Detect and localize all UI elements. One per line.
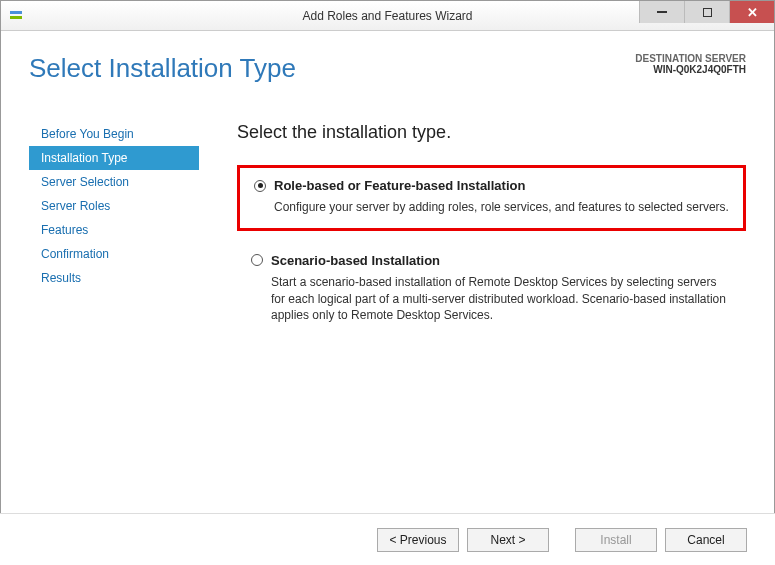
svg-rect-0 [10, 11, 22, 14]
option-description: Configure your server by adding roles, r… [274, 199, 729, 216]
install-button[interactable]: Install [575, 528, 657, 552]
cancel-button[interactable]: Cancel [665, 528, 747, 552]
sidebar-item-installation-type[interactable]: Installation Type [29, 146, 199, 170]
sidebar-item-features[interactable]: Features [29, 218, 199, 242]
wizard-icon [9, 8, 25, 24]
radio-icon[interactable] [251, 254, 263, 266]
page-title: Select Installation Type [29, 53, 296, 84]
titlebar: Add Roles and Features Wizard ✕ [1, 1, 774, 31]
sidebar-item-confirmation[interactable]: Confirmation [29, 242, 199, 266]
minimize-button[interactable] [639, 1, 684, 23]
maximize-button[interactable] [684, 1, 729, 23]
sidebar-item-server-roles[interactable]: Server Roles [29, 194, 199, 218]
option-role-based[interactable]: Role-based or Feature-based Installation… [237, 165, 746, 231]
option-scenario-based[interactable]: Scenario-based Installation Start a scen… [237, 243, 746, 336]
option-title: Scenario-based Installation [271, 253, 440, 268]
previous-button[interactable]: < Previous [377, 528, 459, 552]
sidebar-item-server-selection[interactable]: Server Selection [29, 170, 199, 194]
destination-name: WIN-Q0K2J4Q0FTH [635, 64, 746, 75]
main-panel: Select the installation type. Role-based… [199, 122, 746, 348]
sidebar-item-results[interactable]: Results [29, 266, 199, 290]
destination-server-box: DESTINATION SERVER WIN-Q0K2J4Q0FTH [635, 53, 746, 75]
option-title: Role-based or Feature-based Installation [274, 178, 525, 193]
content-area: Select Installation Type DESTINATION SER… [1, 31, 774, 512]
window-controls: ✕ [639, 1, 774, 23]
wizard-footer: < Previous Next > Install Cancel [0, 513, 775, 565]
window-title: Add Roles and Features Wizard [302, 9, 472, 23]
option-description: Start a scenario-based installation of R… [271, 274, 732, 324]
next-button[interactable]: Next > [467, 528, 549, 552]
close-button[interactable]: ✕ [729, 1, 774, 23]
sidebar-item-before-you-begin[interactable]: Before You Begin [29, 122, 199, 146]
instruction-text: Select the installation type. [237, 122, 746, 143]
svg-rect-1 [10, 16, 22, 19]
wizard-steps-sidebar: Before You Begin Installation Type Serve… [29, 122, 199, 348]
destination-label: DESTINATION SERVER [635, 53, 746, 64]
radio-icon[interactable] [254, 180, 266, 192]
